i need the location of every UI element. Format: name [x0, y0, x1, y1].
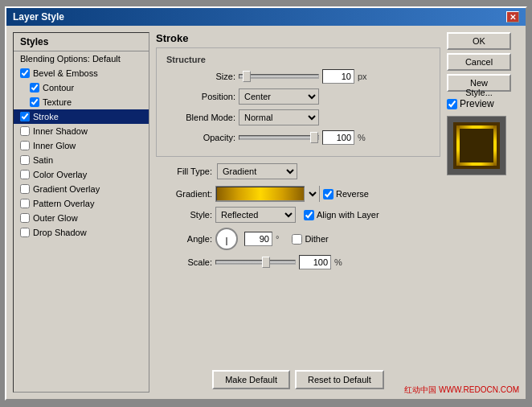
fill-type-row: Fill Type: Color Gradient Pattern — [156, 163, 440, 179]
structure-title: Structure — [163, 55, 433, 64]
blend-mode-label: Blend Mode: — [163, 113, 235, 122]
sidebar-item-gradient-overlay[interactable]: Gradient Overlay — [14, 182, 149, 196]
drop-shadow-checkbox[interactable] — [20, 228, 30, 237]
sidebar-item-texture[interactable]: Texture — [14, 95, 149, 109]
sidebar-item-blending-options[interactable]: Blending Options: Default — [14, 51, 149, 66]
opacity-slider-container: % — [239, 130, 366, 145]
gradient-dropdown[interactable]: ▼ — [305, 186, 319, 202]
inner-shadow-checkbox[interactable] — [20, 126, 30, 136]
reverse-checkbox[interactable] — [323, 189, 334, 199]
title-bar-buttons: ✕ — [506, 11, 519, 23]
gradient-overlay-checkbox[interactable] — [20, 184, 30, 194]
gradient-style-label: Style: — [156, 210, 212, 220]
close-button[interactable]: ✕ — [506, 11, 519, 23]
opacity-label: Opacity: — [163, 133, 235, 142]
make-default-button[interactable]: Make Default — [212, 370, 290, 389]
satin-checkbox[interactable] — [20, 155, 30, 165]
preview-box — [447, 116, 506, 175]
angle-label: Angle: — [156, 234, 212, 244]
blend-mode-select[interactable]: Normal Dissolve Multiply — [239, 109, 319, 125]
sidebar-item-bevel-emboss[interactable]: Bevel & Emboss — [14, 66, 149, 80]
contour-checkbox[interactable] — [30, 83, 39, 92]
sidebar-item-satin[interactable]: Satin — [14, 153, 149, 167]
sidebar-item-contour[interactable]: Contour — [14, 80, 149, 95]
cancel-button[interactable]: Cancel — [447, 53, 511, 71]
left-panel: Styles Blending Options: Default Bevel &… — [13, 32, 149, 393]
size-slider[interactable] — [239, 74, 319, 79]
scale-label: Scale: — [156, 257, 212, 267]
svg-rect-6 — [493, 125, 497, 166]
structure-box: Structure Size: px Position: Inside Ce — [156, 47, 440, 157]
size-input[interactable] — [322, 69, 354, 84]
position-label: Position: — [163, 92, 235, 101]
svg-rect-2 — [460, 129, 493, 162]
angle-dial-indicator — [227, 237, 227, 245]
sidebar-item-drop-shadow[interactable]: Drop Shadow — [14, 225, 149, 240]
pattern-overlay-checkbox[interactable] — [20, 199, 30, 208]
sidebar-item-inner-glow[interactable]: Inner Glow — [14, 138, 149, 153]
dither-checkbox[interactable] — [292, 234, 302, 245]
opacity-unit: % — [358, 133, 366, 142]
angle-group: Angle: ° Dither — [156, 228, 440, 250]
opacity-group: Opacity: % — [163, 130, 433, 145]
texture-checkbox[interactable] — [30, 97, 39, 107]
preview-row: Preview — [447, 98, 519, 109]
inner-glow-checkbox[interactable] — [20, 141, 30, 150]
svg-rect-3 — [456, 125, 497, 129]
scale-group: Scale: % — [156, 255, 440, 269]
reverse-checkbox-label[interactable]: Reverse — [323, 189, 369, 199]
dialog-body: Styles Blending Options: Default Bevel &… — [6, 26, 526, 399]
sidebar-item-stroke[interactable]: Stroke — [14, 109, 149, 124]
stroke-checkbox[interactable] — [20, 112, 30, 121]
position-group: Position: Inside Center Outside — [163, 88, 433, 105]
ok-button[interactable]: OK — [447, 32, 511, 50]
color-overlay-checkbox[interactable] — [20, 170, 30, 179]
align-checkbox-label[interactable]: Align with Layer — [304, 210, 379, 220]
preview-label: Preview — [460, 98, 494, 109]
gradient-preview[interactable] — [216, 187, 305, 201]
fill-type-label: Fill Type: — [156, 166, 212, 176]
preview-image — [453, 122, 500, 169]
layer-style-dialog: Layer Style ✕ Styles Blending Options: D… — [5, 6, 527, 401]
angle-unit: ° — [276, 234, 279, 244]
size-group: Size: px — [163, 69, 433, 84]
sidebar-item-outer-glow[interactable]: Outer Glow — [14, 211, 149, 225]
opacity-slider[interactable] — [239, 135, 319, 140]
gradient-style-select[interactable]: Linear Radial Angle Reflected Diamond — [215, 207, 296, 223]
blend-mode-group: Blend Mode: Normal Dissolve Multiply — [163, 109, 433, 125]
opacity-input[interactable] — [322, 130, 354, 145]
svg-rect-5 — [456, 125, 460, 166]
sidebar-item-pattern-overlay[interactable]: Pattern Overlay — [14, 196, 149, 211]
dither-checkbox-label[interactable]: Dither — [292, 234, 328, 245]
new-style-button[interactable]: New Style... — [447, 74, 511, 92]
reset-to-default-button[interactable]: Reset to Default — [295, 370, 384, 389]
size-label: Size: — [163, 72, 235, 81]
watermark: 红动中国 WWW.REDOCN.COM — [404, 384, 519, 396]
scale-unit: % — [334, 257, 342, 267]
center-panel: Stroke Structure Size: px Position: — [156, 32, 440, 393]
gradient-label: Gradient: — [156, 189, 212, 199]
sidebar-item-inner-shadow[interactable]: Inner Shadow — [14, 124, 149, 138]
size-unit: px — [358, 72, 367, 81]
preview-checkbox[interactable] — [447, 99, 457, 109]
align-checkbox[interactable] — [304, 210, 314, 220]
preview-svg — [453, 122, 500, 169]
sidebar-item-color-overlay[interactable]: Color Overlay — [14, 167, 149, 182]
section-title: Stroke — [156, 32, 440, 44]
scale-slider[interactable] — [215, 260, 296, 265]
scale-slider-container: % — [215, 255, 342, 269]
bottom-buttons: Make Default Reset to Default — [156, 370, 440, 393]
position-select[interactable]: Inside Center Outside — [239, 88, 319, 105]
angle-dial[interactable] — [215, 228, 238, 250]
svg-rect-4 — [456, 162, 497, 166]
dialog-title: Layer Style — [13, 11, 64, 23]
fill-type-select[interactable]: Color Gradient Pattern — [217, 163, 297, 179]
title-bar: Layer Style ✕ — [6, 8, 526, 26]
gradient-selector[interactable]: ▼ — [215, 186, 320, 202]
outer-glow-checkbox[interactable] — [20, 213, 30, 223]
angle-input[interactable] — [244, 232, 272, 246]
scale-input[interactable] — [299, 255, 331, 269]
style-group: Style: Linear Radial Angle Reflected Dia… — [156, 207, 440, 223]
gradient-group: Gradient: ▼ Reverse — [156, 186, 440, 202]
bevel-emboss-checkbox[interactable] — [20, 68, 30, 78]
